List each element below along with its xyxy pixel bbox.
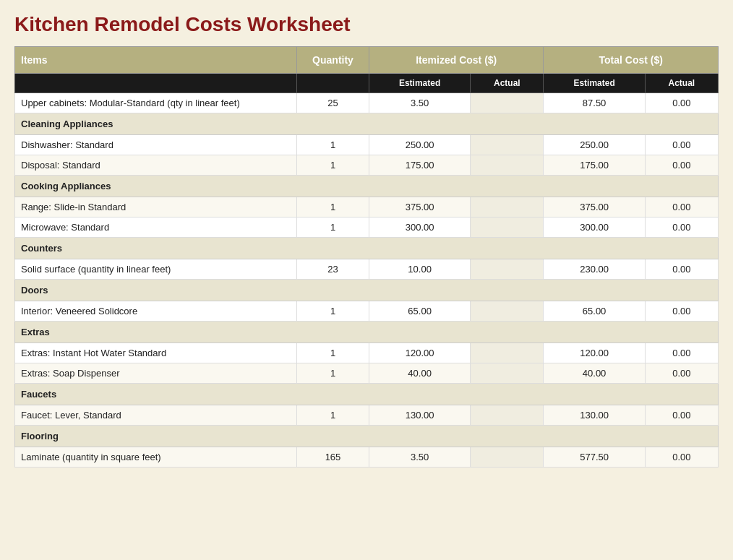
total-actual-cell: 0.00 <box>645 135 718 155</box>
category-row: Extras <box>15 322 719 343</box>
itemized-estimated-cell: 3.50 <box>369 93 471 113</box>
total-actual-cell: 0.00 <box>645 363 718 384</box>
total-actual-cell: 0.00 <box>645 155 718 176</box>
itemized-actual-cell <box>471 197 544 217</box>
table-row: Laminate (quantity in square feet)1653.5… <box>15 447 719 468</box>
itemized-estimated-cell: 65.00 <box>369 301 471 322</box>
quantity-cell: 165 <box>297 447 369 468</box>
total-estimated-cell: 175.00 <box>544 155 645 176</box>
item-name: Faucet: Lever, Standard <box>15 405 297 426</box>
category-label: Cooking Appliances <box>15 176 719 197</box>
itemized-estimated-header: Estimated <box>369 74 471 93</box>
items-header: Items <box>15 47 297 74</box>
item-name: Range: Slide-in Standard <box>15 197 297 217</box>
category-row: Flooring <box>15 426 719 447</box>
quantity-cell: 1 <box>297 405 369 426</box>
category-row: Counters <box>15 238 719 259</box>
total-actual-cell: 0.00 <box>645 301 718 322</box>
itemized-estimated-cell: 375.00 <box>369 197 471 217</box>
empty-sub-items <box>15 74 297 93</box>
quantity-cell: 1 <box>297 363 369 384</box>
quantity-cell: 1 <box>297 155 369 176</box>
table-row: Faucet: Lever, Standard1130.00130.000.00 <box>15 405 719 426</box>
total-actual-cell: 0.00 <box>645 447 718 468</box>
itemized-actual-header: Actual <box>471 74 544 93</box>
quantity-cell: 1 <box>297 197 369 217</box>
table-row: Range: Slide-in Standard1375.00375.000.0… <box>15 197 719 217</box>
category-label: Flooring <box>15 426 719 447</box>
table-row: Dishwasher: Standard1250.00250.000.00 <box>15 135 719 155</box>
table-row: Disposal: Standard1175.00175.000.00 <box>15 155 719 176</box>
itemized-actual-cell <box>471 343 544 363</box>
item-name: Interior: Veneered Solidcore <box>15 301 297 322</box>
item-name: Extras: Instant Hot Water Standard <box>15 343 297 363</box>
itemized-actual-cell <box>471 217 544 238</box>
itemized-actual-cell <box>471 405 544 426</box>
itemized-actual-cell <box>471 259 544 280</box>
itemized-estimated-cell: 3.50 <box>369 447 471 468</box>
total-actual-cell: 0.00 <box>645 93 718 113</box>
total-estimated-cell: 230.00 <box>544 259 645 280</box>
category-row: Cooking Appliances <box>15 176 719 197</box>
total-estimated-cell: 87.50 <box>544 93 645 113</box>
itemized-actual-cell <box>471 301 544 322</box>
total-actual-cell: 0.00 <box>645 343 718 363</box>
total-estimated-cell: 577.50 <box>544 447 645 468</box>
itemized-actual-cell <box>471 363 544 384</box>
itemized-actual-cell <box>471 447 544 468</box>
quantity-cell: 25 <box>297 93 369 113</box>
category-row: Faucets <box>15 384 719 405</box>
itemized-estimated-cell: 250.00 <box>369 135 471 155</box>
total-actual-cell: 0.00 <box>645 405 718 426</box>
total-actual-cell: 0.00 <box>645 217 718 238</box>
category-label: Doors <box>15 280 719 301</box>
itemized-actual-cell <box>471 135 544 155</box>
category-label: Extras <box>15 322 719 343</box>
empty-sub-qty <box>297 74 369 93</box>
itemized-estimated-cell: 10.00 <box>369 259 471 280</box>
table-row: Microwave: Standard1300.00300.000.00 <box>15 217 719 238</box>
item-name: Laminate (quantity in square feet) <box>15 447 297 468</box>
itemized-estimated-cell: 175.00 <box>369 155 471 176</box>
itemized-estimated-cell: 130.00 <box>369 405 471 426</box>
total-estimated-cell: 40.00 <box>544 363 645 384</box>
itemized-estimated-cell: 40.00 <box>369 363 471 384</box>
item-name: Dishwasher: Standard <box>15 135 297 155</box>
item-name: Upper cabinets: Modular-Standard (qty in… <box>15 93 297 113</box>
table-row: Interior: Veneered Solidcore165.0065.000… <box>15 301 719 322</box>
total-estimated-cell: 65.00 <box>544 301 645 322</box>
table-row: Extras: Soap Dispenser140.0040.000.00 <box>15 363 719 384</box>
total-actual-cell: 0.00 <box>645 197 718 217</box>
total-actual-cell: 0.00 <box>645 259 718 280</box>
itemized-actual-cell <box>471 93 544 113</box>
quantity-cell: 1 <box>297 301 369 322</box>
sub-header-row: Estimated Actual Estimated Actual <box>15 74 719 93</box>
category-row: Cleaning Appliances <box>15 113 719 135</box>
itemized-estimated-cell: 120.00 <box>369 343 471 363</box>
category-label: Cleaning Appliances <box>15 113 719 135</box>
item-name: Extras: Soap Dispenser <box>15 363 297 384</box>
total-estimated-cell: 300.00 <box>544 217 645 238</box>
total-estimated-cell: 250.00 <box>544 135 645 155</box>
total-estimated-cell: 375.00 <box>544 197 645 217</box>
category-row: Doors <box>15 280 719 301</box>
item-name: Solid surface (quantity in linear feet) <box>15 259 297 280</box>
total-estimated-cell: 120.00 <box>544 343 645 363</box>
category-label: Faucets <box>15 384 719 405</box>
table-row: Solid surface (quantity in linear feet)2… <box>15 259 719 280</box>
quantity-cell: 1 <box>297 217 369 238</box>
total-actual-header: Actual <box>645 74 718 93</box>
item-name: Disposal: Standard <box>15 155 297 176</box>
quantity-header: Quantity <box>297 47 369 74</box>
item-name: Microwave: Standard <box>15 217 297 238</box>
total-estimated-cell: 130.00 <box>544 405 645 426</box>
table-row: Extras: Instant Hot Water Standard1120.0… <box>15 343 719 363</box>
itemized-actual-cell <box>471 155 544 176</box>
itemized-estimated-cell: 300.00 <box>369 217 471 238</box>
quantity-cell: 1 <box>297 135 369 155</box>
worksheet-table: Items Quantity Itemized Cost ($) Total C… <box>14 46 719 468</box>
column-header-row: Items Quantity Itemized Cost ($) Total C… <box>15 47 719 74</box>
table-row: Upper cabinets: Modular-Standard (qty in… <box>15 93 719 113</box>
total-cost-header: Total Cost ($) <box>544 47 719 74</box>
quantity-cell: 1 <box>297 343 369 363</box>
